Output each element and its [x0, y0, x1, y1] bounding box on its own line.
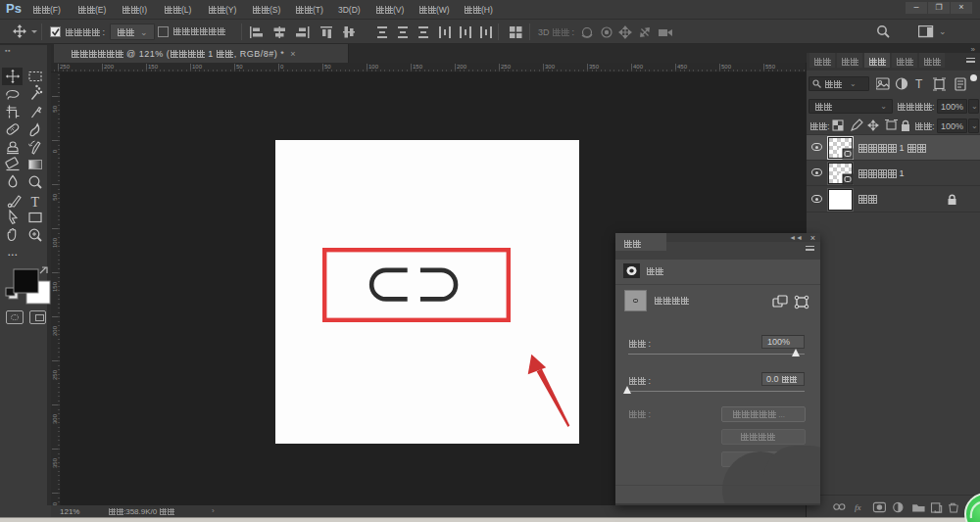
svg-text:fx: fx [855, 502, 862, 512]
svg-text:T: T [915, 77, 923, 91]
